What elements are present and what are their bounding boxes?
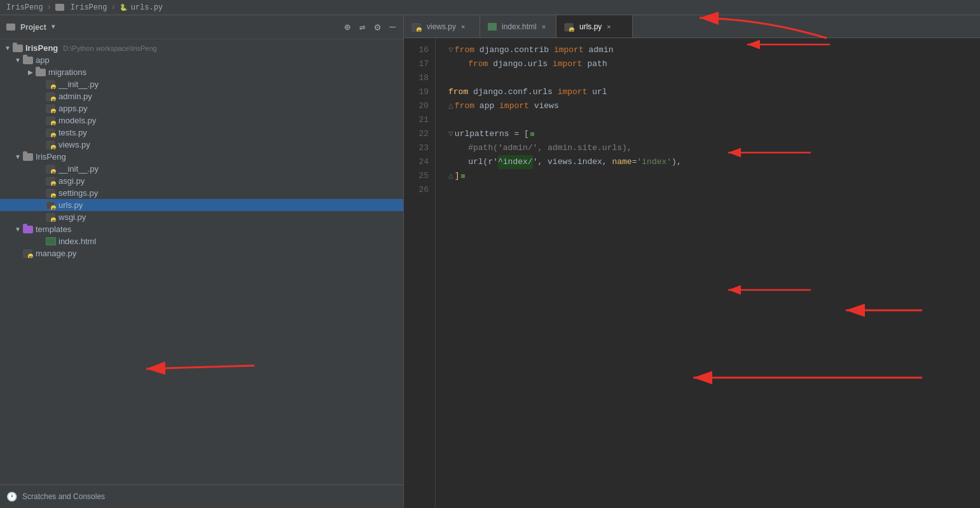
py-icon-manage: py <box>23 249 33 258</box>
code-24-start: url(r' <box>448 155 498 169</box>
code-22-var: urlpatterns = [ <box>455 127 529 141</box>
tree-irispeng-init[interactable]: py __init__.py <box>0 163 403 175</box>
code-20-mid: app <box>474 99 499 113</box>
tree-app-folder[interactable]: app <box>0 54 403 66</box>
svg-text:py: py <box>52 85 56 89</box>
breadcrumb-item-2[interactable]: IrisPeng <box>71 3 107 12</box>
app-expand-arrow[interactable] <box>13 57 23 64</box>
editor-area: py views.py × index.html × py <box>404 15 980 508</box>
line-num-20: 20 <box>404 99 429 113</box>
tree-app-tests[interactable]: py tests.py <box>0 127 403 139</box>
code-editor[interactable]: 16 17 18 19 20 21 22 23 24 25 26 <box>404 38 980 508</box>
svg-text:py: py <box>52 134 56 137</box>
scratches-label: Scratches and Consoles <box>22 492 105 501</box>
py-icon-asgi: py <box>46 177 56 186</box>
code-line-21 <box>448 113 980 127</box>
tree-root[interactable]: IrisPeng D:\Python workspace\IrisPeng <box>0 42 403 54</box>
tab-index-html[interactable]: index.html × <box>480 15 556 38</box>
breadcrumb-item-1[interactable]: IrisPeng <box>6 3 43 12</box>
line-num-23: 23 <box>404 141 429 155</box>
py-icon-admin: py <box>46 92 56 101</box>
tree-index-html[interactable]: index.html <box>0 235 403 247</box>
code-line-18 <box>448 71 980 85</box>
breadcrumb-item-3[interactable]: urls.py <box>131 3 163 12</box>
models-label: models.py <box>59 116 96 125</box>
dropdown-arrow-icon[interactable]: ▼ <box>52 24 55 31</box>
fold-16: ▽ <box>448 43 453 57</box>
tab-urls-py[interactable]: py urls.py × <box>556 15 633 38</box>
svg-text:py: py <box>52 97 56 101</box>
kw-import-16: import <box>554 43 584 57</box>
code-17-mid: django.urls <box>488 57 552 71</box>
templates-expand[interactable] <box>13 226 23 233</box>
tab-close-index[interactable]: × <box>541 22 547 32</box>
app-init-label: __init__.py <box>59 79 99 89</box>
code-19-end: url <box>587 85 607 99</box>
py-icon-tests: py <box>46 128 56 137</box>
svg-text:py: py <box>52 182 56 186</box>
clock-icon: 🕐 <box>6 491 17 502</box>
tree-settings[interactable]: py settings.py <box>0 187 403 199</box>
kw-from-20: from <box>455 99 474 113</box>
tab-index-label: index.html <box>502 22 537 31</box>
irispeng-init-label: __init__.py <box>59 164 99 174</box>
tab-close-views[interactable]: × <box>460 22 466 32</box>
root-path: D:\Python workspace\IrisPeng <box>63 45 156 52</box>
tree-irispeng-folder[interactable]: IrisPeng <box>0 151 403 163</box>
tab-close-urls[interactable]: × <box>605 22 612 32</box>
breadcrumb-sep-1: › <box>47 3 52 12</box>
root-expand-arrow[interactable] <box>3 45 13 51</box>
fold-25: △ <box>448 169 453 183</box>
sidebar: Project ▼ ⊕ ⇌ ⚙ — IrisPeng D:\Python wor… <box>0 15 404 508</box>
project-folder-icon <box>6 24 15 31</box>
tree-app-views[interactable]: py views.py <box>0 139 403 151</box>
code-22-bracket-indicator <box>530 132 534 136</box>
tab-views-label: views.py <box>427 22 456 31</box>
py-icon-apps: py <box>46 104 56 113</box>
urls-label: urls.py <box>59 200 83 210</box>
svg-text:py: py <box>52 194 56 198</box>
tree-app-init[interactable]: py __init__.py <box>0 78 403 90</box>
line-num-19: 19 <box>404 85 429 99</box>
fold-22: ▽ <box>448 127 453 141</box>
py-icon-breadcrumb: 🐍 <box>120 4 127 11</box>
minus-icon[interactable]: — <box>388 20 397 34</box>
split-icon[interactable]: ⇌ <box>358 20 367 35</box>
code-line-24: url(r' ^index/ ', views.index, name = 'i… <box>448 155 980 169</box>
tree-manage[interactable]: py manage.py <box>0 247 403 259</box>
gear-icon[interactable]: ⚙ <box>373 20 382 35</box>
py-icon-views: py <box>46 141 56 149</box>
tree-urls[interactable]: py urls.py <box>0 199 403 211</box>
tree-app-models[interactable]: py models.py <box>0 114 403 127</box>
py-icon-models: py <box>46 116 56 125</box>
line-num-24: 24 <box>404 155 429 169</box>
line-num-22: 22 <box>404 127 429 141</box>
tree-asgi[interactable]: py asgi.py <box>0 175 403 187</box>
py-icon-irispeng-init: py <box>46 165 56 174</box>
tree-templates-folder[interactable]: templates <box>0 223 403 235</box>
scratches-consoles-bar[interactable]: 🕐 Scratches and Consoles <box>0 484 403 508</box>
add-file-icon[interactable]: ⊕ <box>343 20 352 35</box>
tree-app-apps[interactable]: py apps.py <box>0 102 403 114</box>
line-num-18: 18 <box>404 71 429 85</box>
code-24-end: ), <box>672 155 682 169</box>
line-numbers: 16 17 18 19 20 21 22 23 24 25 26 <box>404 38 436 508</box>
code-content[interactable]: ▽ from django.contrib import admin from … <box>436 38 980 508</box>
tree-migrations[interactable]: migrations <box>0 66 403 78</box>
kw-import-17: import <box>553 57 583 71</box>
tree-app-admin[interactable]: py admin.py <box>0 90 403 102</box>
sidebar-header: Project ▼ ⊕ ⇌ ⚙ — <box>0 15 403 39</box>
migrations-expand[interactable] <box>25 69 36 76</box>
tab-bar: py views.py × index.html × py <box>404 15 980 38</box>
code-line-20: △ from app import views <box>448 99 980 113</box>
migrations-folder-icon <box>36 69 46 76</box>
tab-views-py[interactable]: py views.py × <box>404 15 480 38</box>
irispeng-expand[interactable] <box>13 153 23 160</box>
kw-from-19: from <box>448 85 468 99</box>
tree-wsgi[interactable]: py wsgi.py <box>0 211 403 223</box>
templates-folder-icon <box>23 226 33 233</box>
root-name: IrisPeng <box>25 43 58 53</box>
asgi-label: asgi.py <box>59 176 85 186</box>
irispeng-folder-icon <box>23 153 33 161</box>
code-line-17: from django.urls import path <box>448 57 980 71</box>
